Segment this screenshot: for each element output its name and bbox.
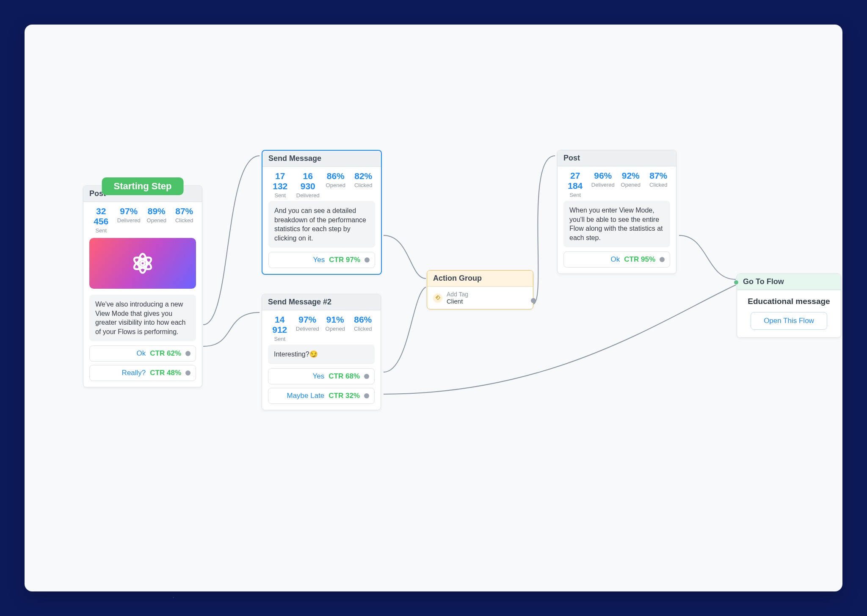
stat-clicked-label: Clicked [351,326,376,332]
output-port-icon[interactable] [364,393,369,398]
starting-step-badge: Starting Step [102,177,184,195]
stat-opened-value: 91% [323,315,348,325]
message-bubble: Interesting?😏 [268,345,375,364]
reply-ctr: CTR 48% [150,369,181,377]
node-send-message-2[interactable]: Send Message #2 14 912Sent 97%Delivered … [262,294,381,410]
stat-opened-value: 92% [618,171,643,181]
stat-clicked-label: Clicked [172,217,197,224]
reply-button-really[interactable]: Really? CTR 48% [89,365,196,381]
input-port-icon[interactable] [734,280,738,285]
reply-label: Yes [313,256,325,264]
stat-delivered-value: 96% [591,171,616,181]
action-value: Client [447,298,468,305]
stat-delivered-value: 97% [295,315,320,325]
stat-sent-label: Sent [268,192,293,199]
node-title: Action Group [427,271,533,287]
stat-delivered-value: 97% [116,206,142,216]
stat-sent-label: Sent [563,192,588,198]
atom-image-placeholder [89,238,196,289]
message-bubble: And you can see a detailed breakdown of … [268,201,375,248]
output-port-icon[interactable] [660,257,665,262]
atom-icon [131,252,154,275]
node-title: Send Message #2 [262,294,381,310]
reply-label: Ok [611,255,620,264]
node-title: Send Message [262,151,381,167]
stat-clicked-value: 86% [351,315,376,325]
output-port-icon[interactable] [531,298,536,303]
flow-canvas[interactable]: Starting Step Post 32 456Sent 97%Deliver… [25,25,842,591]
flow-name: Educational message [743,297,835,306]
output-port-icon[interactable] [364,257,370,262]
reply-label: Ok [137,349,146,358]
reply-button-yes[interactable]: Yes CTR 68% [268,368,375,384]
node-send-message-1[interactable]: Send Message 17 132Sent 16 930Delivered … [262,150,382,275]
message-bubble: When you enter View Mode, you'll be able… [563,201,670,247]
stat-clicked-label: Clicked [646,182,671,188]
open-flow-button[interactable]: Open This Flow [751,312,827,330]
node-post-2[interactable]: Post 27 184Sent 96%Delivered 92%Opened 8… [557,150,676,274]
stat-opened-label: Opened [323,182,348,188]
node-action-group[interactable]: Action Group Add Tag Client [427,270,533,309]
reply-label: Really? [122,369,146,377]
stat-delivered-label: Delivered [116,217,142,224]
stat-sent-value: 17 132 [268,171,293,191]
stat-opened-value: 86% [323,171,348,181]
stat-opened-label: Opened [618,182,643,188]
svg-point-0 [141,262,145,265]
reply-label: Yes [313,372,325,381]
tag-icon [433,293,442,303]
reply-button-yes[interactable]: Yes CTR 97% [268,252,375,268]
reply-ctr: CTR 95% [624,255,655,264]
output-port-icon[interactable] [364,374,369,379]
node-title: Go To Flow [737,274,841,290]
stat-sent-value: 14 912 [267,315,293,335]
stat-sent-label: Sent [88,227,114,234]
stat-clicked-value: 87% [646,171,671,181]
action-name: Add Tag [447,291,468,298]
stats-row: 14 912Sent 97%Delivered 91%Opened 86%Cli… [262,310,381,345]
reply-ctr: CTR 68% [329,372,360,381]
stat-delivered-label: Delivered [295,192,321,199]
flow-canvas-panel: Starting Step Post 32 456Sent 97%Deliver… [25,25,842,591]
reply-ctr: CTR 97% [329,256,360,264]
stat-delivered-label: Delivered [295,326,320,332]
reply-ctr: CTR 62% [150,349,181,358]
node-title: Post [558,150,676,166]
stat-clicked-value: 87% [172,206,197,216]
action-row: Add Tag Client [427,287,533,309]
node-go-to-flow[interactable]: Go To Flow Educational message Open This… [737,273,841,338]
reply-label: Maybe Late [287,392,324,400]
output-port-icon[interactable] [185,370,191,376]
stat-sent-value: 32 456 [88,206,114,227]
stat-opened-label: Opened [323,326,348,332]
stat-sent-value: 27 184 [563,171,588,191]
reply-button-maybe-later[interactable]: Maybe Late CTR 32% [268,388,375,404]
node-post-starting[interactable]: Starting Step Post 32 456Sent 97%Deliver… [83,185,202,387]
output-port-icon[interactable] [185,351,191,356]
stat-clicked-label: Clicked [351,182,376,188]
stats-row: 32 456Sent 97%Delivered 89%Opened 87%Cli… [83,202,202,236]
stats-row: 27 184Sent 96%Delivered 92%Opened 87%Cli… [558,166,676,201]
stat-clicked-value: 82% [351,171,376,181]
stat-delivered-value: 16 930 [295,171,321,191]
stat-sent-label: Sent [267,336,293,342]
stat-opened-value: 89% [144,206,169,216]
message-bubble: We've also introducing a new View Mode t… [89,295,196,341]
svg-point-4 [437,297,438,298]
reply-ctr: CTR 32% [329,392,360,400]
reply-button-ok[interactable]: Ok CTR 95% [563,251,670,268]
stat-opened-label: Opened [144,217,169,224]
reply-button-ok[interactable]: Ok CTR 62% [89,345,196,362]
stats-row: 17 132Sent 16 930Delivered 86%Opened 82%… [262,167,381,201]
stat-delivered-label: Delivered [591,182,616,188]
